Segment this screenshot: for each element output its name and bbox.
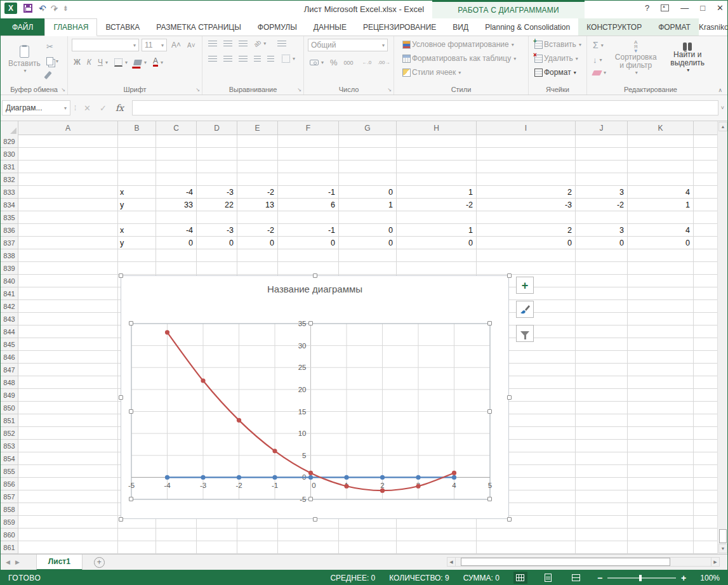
cell-partial-857[interactable] (694, 490, 718, 503)
select-all-corner[interactable] (1, 121, 18, 135)
cell-E835[interactable] (237, 211, 278, 224)
cell-I829[interactable] (477, 135, 576, 148)
cell-F860[interactable] (278, 529, 339, 541)
column-header-partial[interactable] (694, 121, 718, 135)
cell-partial-859[interactable] (694, 516, 718, 529)
chart-resize-handle[interactable] (313, 517, 317, 522)
cell-K853[interactable] (628, 440, 694, 452)
cell-partial-852[interactable] (694, 427, 718, 440)
format-cells-button[interactable]: Формат▾ (533, 67, 578, 78)
cell-C834[interactable]: 33 (156, 199, 197, 211)
cell-E829[interactable] (237, 135, 278, 148)
cell-I835[interactable] (477, 211, 576, 224)
column-header-I[interactable]: I (477, 121, 576, 135)
data-point-marker[interactable] (237, 475, 241, 480)
row-header-837[interactable]: 837 (1, 237, 18, 249)
cell-A842[interactable] (18, 300, 118, 313)
cell-J837[interactable]: 0 (576, 237, 628, 249)
user-name[interactable]: Krasnikov... (699, 23, 728, 32)
cell-B832[interactable] (118, 173, 156, 186)
tab-home[interactable]: ГЛАВНАЯ (44, 18, 97, 36)
cell-A833[interactable] (18, 186, 118, 199)
cell-K849[interactable] (628, 389, 694, 402)
row-header-833[interactable]: 833 (1, 186, 18, 199)
cell-B829[interactable] (118, 135, 156, 148)
row-header-844[interactable]: 844 (1, 325, 18, 338)
cell-D835[interactable] (197, 211, 237, 224)
cell-B836[interactable]: x (118, 224, 156, 237)
horizontal-scroll-thumb[interactable] (461, 558, 670, 566)
name-box[interactable]: Диаграм...▾ (2, 100, 70, 115)
tab-insert[interactable]: ВСТАВКА (97, 18, 148, 36)
tab-view[interactable]: ВИД (444, 18, 477, 36)
cell-C830[interactable] (156, 148, 197, 161)
fill-button[interactable]: ↓▾ (591, 54, 608, 66)
cell-F831[interactable] (278, 161, 339, 173)
cell-K859[interactable] (628, 516, 694, 529)
cell-G836[interactable]: 0 (339, 224, 397, 237)
cell-F838[interactable] (278, 249, 339, 262)
row-header-834[interactable]: 834 (1, 199, 18, 211)
row-header-832[interactable]: 832 (1, 173, 18, 186)
scroll-up-icon[interactable]: ▲ (718, 122, 727, 131)
cell-A836[interactable] (18, 224, 118, 237)
cell-G861[interactable] (339, 541, 397, 554)
cell-E831[interactable] (237, 161, 278, 173)
row-header-839[interactable]: 839 (1, 262, 18, 275)
row-header-842[interactable]: 842 (1, 300, 18, 313)
next-sheet-icon[interactable]: ▶ (15, 559, 20, 565)
wrap-text-button[interactable] (275, 39, 288, 48)
cell-F834[interactable]: 6 (278, 199, 339, 211)
cell-A853[interactable] (18, 440, 118, 452)
scroll-left-icon[interactable]: ◀ (447, 557, 456, 567)
column-header-F[interactable]: F (278, 121, 339, 135)
cell-D833[interactable]: -3 (197, 186, 237, 199)
cell-D836[interactable]: -3 (197, 224, 237, 237)
font-size-select[interactable]: 11▾ (142, 39, 167, 51)
cell-partial-830[interactable] (694, 148, 718, 161)
chart-resize-handle[interactable] (507, 273, 512, 278)
zoom-slider-thumb[interactable] (639, 575, 642, 581)
cell-styles-button[interactable]: Стили ячеек▾ (400, 67, 463, 78)
cell-A856[interactable] (18, 478, 118, 490)
decrease-decimal-button[interactable]: .00→ (376, 58, 392, 67)
cell-J858[interactable] (576, 503, 628, 516)
cell-A841[interactable] (18, 287, 118, 300)
cell-D838[interactable] (197, 249, 237, 262)
cell-B830[interactable] (118, 148, 156, 161)
cell-J834[interactable]: -2 (576, 199, 628, 211)
cell-J845[interactable] (576, 338, 628, 351)
cell-D830[interactable] (197, 148, 237, 161)
data-point-marker[interactable] (344, 475, 348, 480)
cell-E834[interactable]: 13 (237, 199, 278, 211)
cell-C831[interactable] (156, 161, 197, 173)
cell-H834[interactable]: -2 (397, 199, 477, 211)
cell-partial-860[interactable] (694, 529, 718, 541)
row-header-829[interactable]: 829 (1, 135, 18, 148)
dialog-launcher-icon[interactable]: ↘ (61, 87, 65, 93)
cell-A831[interactable] (18, 161, 118, 173)
row-header-830[interactable]: 830 (1, 148, 18, 161)
close-button[interactable]: ✕ (717, 3, 724, 13)
cell-G838[interactable] (339, 249, 397, 262)
borders-button[interactable]: ▾ (112, 57, 129, 68)
row-header-831[interactable]: 831 (1, 161, 18, 173)
chart-area[interactable]: 35302520151050-5-5-4-3-2-1012345 Названи… (121, 275, 509, 519)
cell-partial-849[interactable] (694, 389, 718, 402)
cell-K838[interactable] (628, 249, 694, 262)
cell-partial-837[interactable] (694, 237, 718, 249)
cell-J842[interactable] (576, 300, 628, 313)
column-header-H[interactable]: H (397, 121, 477, 135)
cell-J835[interactable] (576, 211, 628, 224)
cell-H836[interactable]: 1 (397, 224, 477, 237)
data-point-marker[interactable] (272, 449, 277, 453)
cell-A857[interactable] (18, 490, 118, 503)
data-point-marker[interactable] (308, 471, 313, 475)
cell-J861[interactable] (576, 541, 628, 554)
minimize-button[interactable]: — (680, 3, 689, 13)
column-header-K[interactable]: K (628, 121, 694, 135)
cell-K847[interactable] (628, 364, 694, 376)
cell-H831[interactable] (397, 161, 477, 173)
cell-I833[interactable]: 2 (477, 186, 576, 199)
expand-formula-bar-icon[interactable]: ˅ (721, 105, 724, 111)
